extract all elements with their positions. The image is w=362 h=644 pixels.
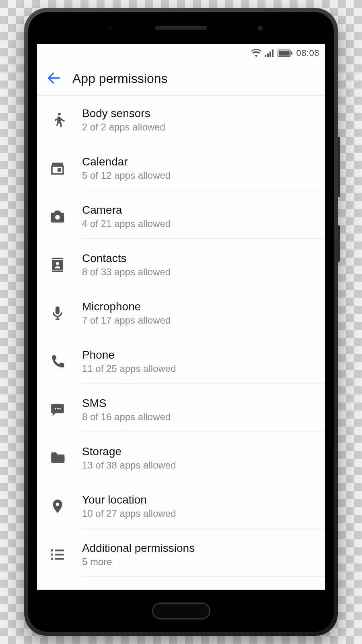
svg-rect-2 xyxy=(269,52,271,57)
contacts-icon xyxy=(47,256,68,273)
location-icon xyxy=(47,498,68,514)
permissions-list[interactable]: Body sensors 2 of 2 apps allowed Calenda… xyxy=(37,96,325,590)
back-button[interactable] xyxy=(47,71,61,87)
wifi-icon xyxy=(251,49,261,57)
svg-point-26 xyxy=(51,559,52,559)
home-button[interactable] xyxy=(152,603,210,619)
svg-point-18 xyxy=(55,408,56,409)
permission-title: Your location xyxy=(82,493,318,506)
svg-point-22 xyxy=(51,550,52,551)
permission-sms[interactable]: SMS 8 of 16 apps allowed xyxy=(47,386,325,434)
mic-icon xyxy=(47,305,68,321)
permission-camera[interactable]: Camera 4 of 21 apps allowed xyxy=(47,192,325,241)
svg-rect-5 xyxy=(279,51,290,56)
permission-sub: 13 of 38 apps allowed xyxy=(82,460,318,471)
svg-point-8 xyxy=(58,113,61,116)
permission-title: Storage xyxy=(82,445,318,458)
svg-rect-14 xyxy=(52,270,63,272)
page-title: App permissions xyxy=(72,71,168,86)
phone-icon xyxy=(47,353,68,369)
svg-rect-0 xyxy=(265,55,266,57)
camera-icon xyxy=(47,208,68,225)
svg-rect-15 xyxy=(56,306,60,314)
screen: 08:08 App permissions xyxy=(37,44,325,590)
permission-microphone[interactable]: Microphone 7 of 17 apps allowed xyxy=(47,289,325,337)
permission-sub: 5 more xyxy=(82,556,318,568)
svg-rect-3 xyxy=(272,50,274,57)
permission-title: Contacts xyxy=(82,252,318,265)
phone-frame: 08:08 App permissions xyxy=(24,8,338,636)
permission-title: Phone xyxy=(82,349,318,361)
permission-body-sensors[interactable]: Body sensors 2 of 2 apps allowed xyxy=(47,96,325,144)
svg-point-21 xyxy=(56,503,60,506)
svg-rect-11 xyxy=(52,258,63,260)
permission-location[interactable]: Your location 10 of 27 apps allowed xyxy=(47,482,325,530)
svg-rect-6 xyxy=(291,52,293,54)
status-bar: 08:08 xyxy=(37,44,325,62)
svg-point-20 xyxy=(60,408,61,409)
sms-icon xyxy=(47,401,68,418)
permission-contacts[interactable]: Contacts 8 of 33 apps allowed xyxy=(47,241,325,289)
permission-sub: 8 of 16 apps allowed xyxy=(82,411,318,423)
permission-title: SMS xyxy=(82,397,318,410)
svg-point-13 xyxy=(56,262,59,265)
svg-rect-9 xyxy=(58,168,61,172)
battery-icon xyxy=(278,50,293,57)
permission-sub: 11 of 25 apps allowed xyxy=(82,363,318,374)
calendar-icon xyxy=(47,160,68,177)
permission-storage[interactable]: Storage 13 of 38 apps allowed xyxy=(47,434,325,482)
svg-point-24 xyxy=(51,554,52,555)
permission-title: Body sensors xyxy=(82,107,318,120)
permission-phone[interactable]: Phone 11 of 25 apps allowed xyxy=(47,337,325,386)
storage-icon xyxy=(47,450,68,466)
permission-sub: 2 of 2 apps allowed xyxy=(82,122,318,133)
app-bar: App permissions xyxy=(37,62,325,96)
status-time: 08:08 xyxy=(296,48,319,58)
permission-title: Microphone xyxy=(82,300,318,313)
permission-calendar[interactable]: Calendar 5 of 12 apps allowed xyxy=(47,144,325,192)
signal-icon xyxy=(265,49,274,57)
permission-title: Additional permissions xyxy=(82,542,318,555)
permission-additional[interactable]: Additional permissions 5 more xyxy=(47,530,325,579)
top-bezel xyxy=(28,12,334,44)
list-icon xyxy=(47,546,68,563)
permission-sub: 4 of 21 apps allowed xyxy=(82,218,318,229)
svg-rect-1 xyxy=(267,54,269,57)
bottom-bezel xyxy=(28,590,334,632)
permission-title: Calendar xyxy=(82,155,318,168)
running-icon xyxy=(47,111,68,128)
back-arrow-icon xyxy=(47,71,61,85)
permission-sub: 5 of 12 apps allowed xyxy=(82,170,318,181)
permission-sub: 10 of 27 apps allowed xyxy=(82,508,318,519)
svg-point-10 xyxy=(55,215,60,220)
power-button xyxy=(338,225,340,262)
permission-title: Camera xyxy=(82,204,318,217)
svg-point-19 xyxy=(57,408,59,409)
permission-sub: 8 of 33 apps allowed xyxy=(82,266,318,278)
permission-sub: 7 of 17 apps allowed xyxy=(82,315,318,326)
volume-button xyxy=(338,137,340,197)
